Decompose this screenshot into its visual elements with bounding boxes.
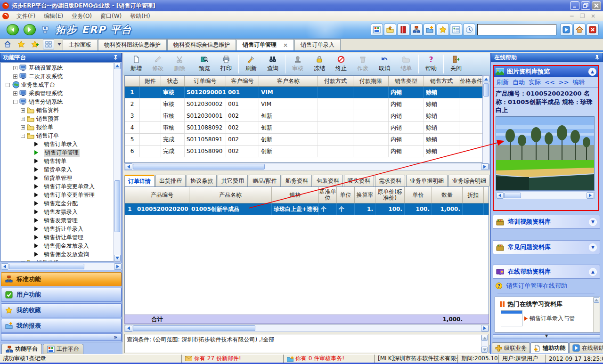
preview-link[interactable]: 自动 <box>513 78 525 87</box>
scroll-thumb[interactable] <box>483 83 489 97</box>
accordion-3[interactable]: 我的报表 <box>1 319 122 333</box>
tree-horizontal-scrollbar[interactable] <box>0 263 122 270</box>
scroll-right-icon[interactable] <box>587 192 594 199</box>
tree-item[interactable]: -销售分销系统 <box>1 97 114 106</box>
scroll-up-icon[interactable] <box>483 76 489 82</box>
help-section-header[interactable]: 培训视频资料库▼ <box>493 215 600 229</box>
grid-row[interactable]: 2审核S012030002001VIM内销赊销 <box>125 98 489 110</box>
status-audit[interactable]: 你有 0 件审核事务! <box>284 355 375 363</box>
hot-item-link[interactable]: 销售订单录入与管 <box>530 315 575 323</box>
scroll-thumb[interactable] <box>133 164 265 170</box>
help-panel-tab[interactable]: 在线帮助 <box>569 342 603 353</box>
scroll-right-icon[interactable] <box>481 325 489 332</box>
tree-toggle-icon[interactable]: + <box>13 91 17 96</box>
pin-icon[interactable] <box>594 55 600 60</box>
menu-item[interactable]: 文件(F) <box>12 11 40 21</box>
add-favorite-icon[interactable] <box>29 39 41 49</box>
column-header[interactable] <box>125 76 140 86</box>
preview-link[interactable]: << <box>545 79 555 86</box>
expand-chevron-icon[interactable]: ▼ <box>589 218 597 226</box>
expand-chevron-icon[interactable]: ▼ <box>589 243 597 251</box>
toolbar-button-取消[interactable]: 取消 <box>374 54 395 74</box>
exit-icon[interactable] <box>587 24 598 35</box>
document-tab[interactable]: 物料资料图纸信息维护 <box>98 39 167 50</box>
toolbar-button-终止[interactable]: 终止 <box>330 54 352 74</box>
tree-item[interactable]: 销售发票管理 <box>1 216 114 225</box>
toolbar-button-新增[interactable]: 新增 <box>125 54 147 74</box>
help-panel-tab[interactable]: 辅助功能 <box>530 342 569 353</box>
column-header[interactable] <box>125 187 135 203</box>
toolbar-button-关闭[interactable]: 关闭 <box>445 54 467 74</box>
document-tab[interactable]: 主控面板 <box>63 39 98 50</box>
tree-item[interactable]: +销售预算 <box>1 114 114 123</box>
column-header[interactable]: 客户编号 <box>226 76 259 86</box>
column-header[interactable]: 付款方式 <box>318 76 353 86</box>
toolbar-button-冻结[interactable]: 冻结 <box>309 54 330 74</box>
scroll-thumb[interactable] <box>114 180 120 232</box>
tree-item[interactable]: +销售资料 <box>1 106 114 114</box>
scroll-left-icon[interactable] <box>496 192 504 199</box>
window-list-icon[interactable] <box>43 39 54 49</box>
scroll-left-icon[interactable] <box>1 263 8 270</box>
column-header[interactable]: 单位 <box>337 187 355 203</box>
tree-item[interactable]: 销售订单变更单录入 <box>1 182 114 191</box>
home-icon[interactable] <box>2 39 13 49</box>
grid-row[interactable]: 6完成S011058090002创新内销赊销 <box>125 146 489 157</box>
sidebar-tab[interactable]: 功能平台 <box>1 344 42 354</box>
column-header[interactable]: 销售类型 <box>389 76 424 86</box>
menu-item[interactable]: 帮助(H) <box>126 11 154 21</box>
toolbar-button-结单[interactable]: 结单 <box>395 54 417 74</box>
minimize-button[interactable] <box>570 1 579 10</box>
detail-tab[interactable]: 需求资料 <box>375 175 405 186</box>
orders-horizontal-scrollbar[interactable] <box>124 163 489 170</box>
folder-up-icon[interactable] <box>384 24 396 35</box>
column-header[interactable]: 基准单位 <box>319 187 337 203</box>
toolbar-button-查询[interactable]: 查询 <box>262 54 284 74</box>
detail-tab[interactable]: 协议条款 <box>187 175 217 186</box>
accordion-2[interactable]: 我的收藏 <box>1 303 122 317</box>
accordion-0[interactable]: 标准功能 <box>1 272 122 286</box>
column-header[interactable]: 客户名称 <box>259 76 318 86</box>
help-splitter[interactable]: ▼ <box>493 334 600 339</box>
toolbar-button-审核[interactable]: 审核 <box>287 54 309 74</box>
detail-tab[interactable]: 船务资料 <box>282 175 312 186</box>
column-header[interactable]: 销售方式 <box>424 76 459 86</box>
collapse-chevron-icon[interactable]: ▲ <box>588 68 596 76</box>
close-button[interactable] <box>592 1 601 10</box>
detail-tab[interactable]: 唛头资料 <box>344 175 374 186</box>
collapse-chevron-icon[interactable]: ▲ <box>589 268 597 276</box>
preview-link[interactable]: 刷新 <box>497 78 509 87</box>
tree-item[interactable]: -销售订单 <box>1 131 114 140</box>
preview-link[interactable]: 实际 <box>529 78 541 87</box>
column-header[interactable]: 换算率 <box>355 187 375 203</box>
column-header[interactable]: 产品编号 <box>135 187 189 203</box>
tree-item[interactable]: 留货单录入 <box>1 165 114 174</box>
tree-item[interactable]: +采购管理系统 <box>1 89 114 97</box>
detail-tab[interactable]: 赠品/配件 <box>249 175 281 186</box>
detail-tab[interactable]: 出货排程 <box>155 175 186 186</box>
clock-icon[interactable] <box>464 24 475 35</box>
column-header[interactable]: 付款期限 <box>353 76 389 86</box>
toolbar-button-刷新[interactable]: 刷新 <box>240 54 262 74</box>
preview-link[interactable]: 编辑 <box>573 78 585 87</box>
tree-item[interactable]: 销售佣金发放查询 <box>1 250 114 259</box>
toolbar-button-打印[interactable]: 打印 <box>215 54 237 74</box>
tree-item[interactable]: -销售发货 <box>1 259 114 262</box>
grid-row[interactable]: 4审核S011088092002创新内销赊销 <box>125 122 489 134</box>
tree-item[interactable]: 销售折让单录入 <box>1 225 114 233</box>
tree-toggle-icon[interactable]: + <box>13 74 17 79</box>
scroll-right-icon[interactable] <box>481 163 489 170</box>
toolbar-button-帮助[interactable]: ?帮助 <box>420 54 442 74</box>
star-icon[interactable] <box>437 24 448 35</box>
sidebar-tab[interactable]: 工作平台 <box>43 344 83 354</box>
tree-vertical-scrollbar[interactable] <box>114 62 121 262</box>
tree-toggle-icon[interactable]: + <box>21 108 25 113</box>
tree-item[interactable]: 销售定金分配 <box>1 199 114 208</box>
help-section-header[interactable]: 常见问题资料库▼ <box>493 240 600 254</box>
hot-box-scrollbar[interactable] <box>593 297 600 332</box>
tab-close-icon[interactable]: × <box>283 42 288 49</box>
document-tab[interactable]: 销售订单管理× <box>236 39 294 50</box>
scroll-left-icon[interactable] <box>125 163 132 170</box>
orders-vertical-scrollbar[interactable] <box>482 75 490 170</box>
mdi-window-controls[interactable]: − ❐ × <box>570 13 601 19</box>
